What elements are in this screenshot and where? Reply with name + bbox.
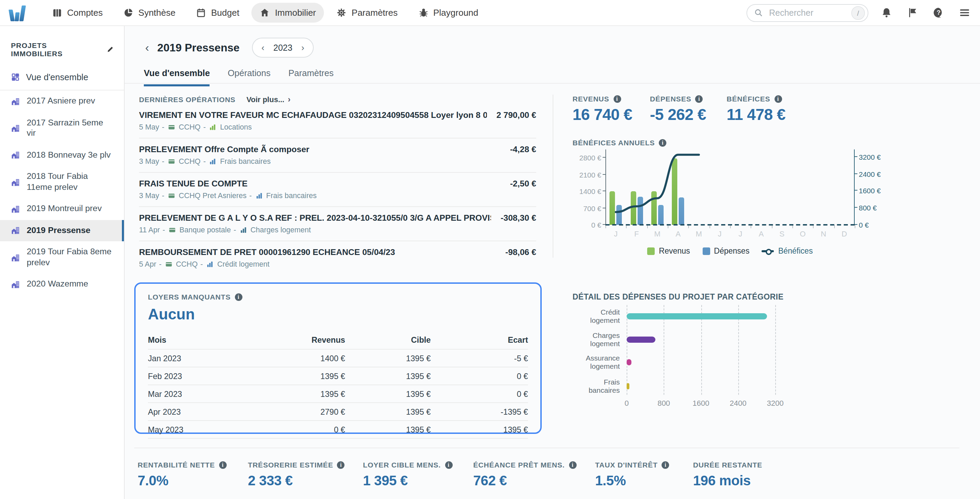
operation-category: Frais bancaires — [220, 157, 271, 165]
app-logo[interactable] — [10, 5, 25, 21]
operation-title: PRELEVEMENT Offre Compte Ã composer — [139, 145, 500, 154]
table-cell: 1395 € — [259, 371, 345, 381]
search-input[interactable] — [768, 7, 846, 18]
operation-meta: 3 May-CCHQ Pret Asnieres-Frais bancaires — [139, 191, 536, 199]
bell-icon[interactable] — [881, 7, 892, 19]
operation-row[interactable]: PRELEVEMENT DE G A L Y O S.A REF : PREL.… — [139, 207, 536, 241]
sidebar-item-project[interactable]: 2017 Asniere prev — [0, 91, 124, 112]
benefices-line — [605, 145, 855, 226]
menu-icon[interactable] — [959, 7, 970, 19]
operation-category: Charges logement — [250, 225, 310, 234]
sidebar-item-project[interactable]: 2020 Wazemme — [0, 274, 124, 295]
info-icon[interactable]: i — [445, 461, 452, 469]
bottom-kpi-4: TAUX D'INTÉRÊTi 1.5% — [595, 461, 670, 489]
nav-item-comptes[interactable]: Comptes — [44, 3, 111, 22]
operation-amount: -4,28 € — [510, 145, 536, 154]
x-axis-label: 3200 — [767, 399, 784, 407]
next-year-chevron-icon[interactable]: › — [301, 43, 304, 52]
sidebar-item-project[interactable]: 2019 Montreuil prev — [0, 198, 124, 220]
kpi-value: 11 478 € — [727, 105, 809, 124]
table-cell: 1400 € — [259, 353, 345, 363]
legend-depenses[interactable]: Dépenses — [702, 247, 749, 255]
operation-amount: -2,50 € — [510, 179, 536, 188]
info-icon[interactable]: i — [695, 95, 703, 102]
sidebar-item-project[interactable]: 2019 Tour Fabia 8eme prelev — [0, 241, 124, 274]
nav-item-label: Paramètres — [352, 8, 398, 18]
category-bar — [627, 383, 629, 389]
sidebar-item-project[interactable]: 2018 Bonnevay 3e plv — [0, 144, 124, 166]
help-icon[interactable]: ? — [933, 7, 944, 19]
nav-item-immobilier[interactable]: Immobilier — [252, 3, 324, 22]
nav-item-label: Playground — [433, 8, 478, 18]
table-cell: 1395 € — [345, 425, 431, 434]
see-more-link[interactable]: Voir plus...› — [247, 95, 291, 104]
info-icon[interactable]: i — [337, 461, 345, 469]
bottom-kpi-value: 1.5% — [595, 473, 670, 489]
nav-item-playground[interactable]: Playground — [410, 3, 487, 22]
operation-row[interactable]: FRAIS TENUE DE COMPTE-2,50 € 3 May-CCHQ … — [139, 173, 536, 207]
nav-item-label: Comptes — [67, 8, 103, 18]
nav-item-label: Immobilier — [275, 8, 316, 18]
category-label: Créditlogement — [558, 308, 620, 325]
previous-year-chevron-icon[interactable]: ‹ — [262, 43, 265, 52]
annual-chart-plot: 0 € 700 € 1400 € 2100 € 2800 € 0 € 800 €… — [605, 150, 855, 225]
expenses-by-category-chart: 0 800 1600 2400 3200Créditlogement Charg… — [573, 305, 980, 408]
x-axis-label: 0 — [625, 399, 629, 407]
operation-meta: 5 Apr-CCHQ-Crédit logement — [139, 260, 536, 268]
table-cell: 0 € — [259, 425, 345, 434]
bars-icon — [209, 123, 217, 131]
missing-rents-card: LOYERS MANQUANTS i Aucun MoisRevenusCibl… — [134, 282, 542, 434]
legend-revenus[interactable]: Revenus — [647, 247, 690, 255]
bottom-kpi-value: 762 € — [473, 473, 576, 489]
table-cell: 1395 € — [345, 371, 431, 381]
info-icon[interactable]: i — [774, 95, 782, 102]
sidebar-item-overview[interactable]: Vue d'ensemble — [0, 66, 124, 90]
info-icon[interactable]: i — [613, 95, 621, 102]
bottom-kpi-3: ÉCHÉANCE PRÊT MENS.i 762 € — [473, 461, 576, 489]
sidebar-item-project[interactable]: 2017 Sarrazin 5eme vir — [0, 112, 124, 144]
home-icon — [260, 8, 270, 18]
bottom-kpi-0: RENTABILITÉ NETTEi 7.0% — [138, 461, 227, 489]
left-axis-tick-label: 2800 € — [571, 153, 601, 162]
card-icon — [165, 260, 173, 268]
nav-item-label: Budget — [211, 8, 239, 18]
right-axis-tick-label: 800 € — [859, 204, 877, 212]
bottom-kpi-5: DURÉE RESTANTE 196 mois — [693, 461, 762, 489]
table-row: Jan 20231400 €1395 €-5 € — [148, 349, 528, 367]
nav-item-paramètres[interactable]: Paramètres — [328, 3, 406, 22]
building-icon — [11, 177, 21, 187]
flag-icon[interactable] — [907, 7, 918, 19]
columns-icon — [52, 8, 62, 18]
month-label: J — [730, 230, 751, 238]
main-content: ‹ 2019 Pressense ‹ 2023 › Vue d'ensemble… — [125, 26, 980, 499]
nav-item-budget[interactable]: Budget — [188, 3, 247, 22]
info-icon[interactable]: i — [662, 461, 670, 469]
operation-meta: 5 May-CCHQ-Locations — [139, 123, 536, 131]
nav-item-synthèse[interactable]: Synthèse — [115, 3, 183, 22]
bottom-kpi-label: DURÉE RESTANTE — [693, 461, 762, 469]
operation-row[interactable]: REMBOURSEMENT DE PRET 00001961290 ECHEAN… — [139, 241, 536, 275]
search-icon — [754, 8, 763, 17]
operation-row[interactable]: VIREMENT EN VOTRE FAVEUR MC ECHAFAUDAGE … — [139, 104, 536, 139]
sidebar: PROJETS IMMOBILIERS Vue d'ensemble 2017 … — [0, 26, 125, 499]
chevron-right-icon: › — [288, 95, 291, 104]
building-icon — [11, 123, 21, 133]
page-title: 2019 Pressense — [157, 41, 239, 54]
topbar-action-icons: ? — [881, 7, 970, 19]
operation-row[interactable]: PRELEVEMENT Offre Compte Ã composer-4,28… — [139, 139, 536, 173]
sidebar-item-project[interactable]: 2019 Pressense — [0, 220, 124, 241]
info-icon[interactable]: i — [219, 461, 227, 469]
sidebar-item-project[interactable]: 2018 Tour Fabia 11eme prelev — [0, 166, 124, 198]
right-axis-tick-label: 0 € — [859, 221, 869, 229]
edit-icon[interactable] — [106, 45, 115, 53]
month-label: J — [709, 230, 730, 238]
column-header: Mois — [148, 335, 259, 344]
zero-dashed-line — [605, 224, 855, 225]
table-cell: Mar 2023 — [148, 389, 259, 399]
x-axis-label: 1600 — [693, 399, 710, 407]
info-icon[interactable]: i — [569, 461, 576, 469]
left-axis-tick — [603, 157, 605, 158]
back-chevron-icon[interactable]: ‹ — [144, 40, 150, 55]
info-icon[interactable]: i — [235, 293, 242, 301]
legend-benefices[interactable]: Bénéfices — [762, 247, 813, 255]
